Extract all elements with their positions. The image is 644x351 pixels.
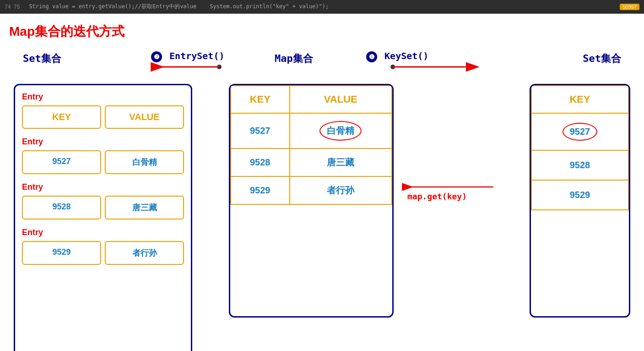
entry-group-3: Entry 9529 者行孙 [22,228,184,265]
svg-point-7 [217,65,222,69]
map-row-2: 9529 者行孙 [231,176,392,204]
entry-row-3: 9529 者行孙 [22,241,184,265]
map-key-header: KEY [231,86,290,113]
map-value-2: 者行孙 [290,176,392,204]
entry-group-1: Entry 9527 白骨精 [22,137,184,174]
top-bar: 74 75 String value = entry.getValue();//… [0,0,644,14]
oval-baigujing: 白骨精 [319,121,362,141]
map-label-center: Map集合 [275,52,313,66]
map-key-2: 9529 [231,176,290,204]
entry-key-3: 9529 [22,241,101,265]
oval-9527: 9527 [563,123,598,141]
entry-label-2: Entry [22,182,184,192]
map-get-label: map.get(key) [407,192,467,201]
svg-point-9 [390,65,395,69]
entry-row-2: 9528 唐三藏 [22,196,184,219]
map-row-0: 9527 白骨精 [231,113,392,148]
entryset-method: EntrySet() [169,50,224,61]
map-key-1: 9528 [231,148,290,176]
keyset-method: KeySet() [384,50,428,61]
keyset-label: ❶ KeySet() [366,50,428,62]
entry-value-1: 白骨精 [105,150,184,174]
map-value-0: 白骨精 [290,113,392,148]
code-snippet: String value = entry.getValue();//获取Entr… [29,3,329,11]
entry-value-2: 唐三藏 [105,196,184,219]
key-cell-0: 9527 [531,113,628,150]
entry-row-0: KEY VALUE [22,105,184,129]
entryset-circle-num: ❷ [151,51,162,62]
key-row-0: 9527 [531,113,628,150]
entry-label-3: Entry [22,228,184,237]
key-row-1: 9528 [531,150,628,180]
keyset-circle-num: ❶ [366,51,377,62]
key-cell-2: 9529 [531,180,628,210]
left-set-box: Entry KEY VALUE Entry 9527 白骨精 Entry 952… [14,84,192,351]
line-numbers: 74 75 [5,4,20,10]
key-table: KEY 9527 9528 9529 [531,85,629,210]
key-row-2: 9529 [531,180,628,210]
view-count-badge: 50997 [620,4,639,10]
map-table: KEY VALUE 9527 白骨精 9528 唐三藏 [230,85,392,205]
entryset-label: ❷ EntrySet() [151,50,224,62]
key-cell-1: 9528 [531,150,628,180]
map-box: KEY VALUE 9527 白骨精 9528 唐三藏 [229,84,394,318]
entry-key-1: 9527 [22,150,101,174]
entry-group-header: Entry KEY VALUE [22,92,184,129]
map-value-header: VALUE [290,86,392,113]
entry-value-3: 者行孙 [105,241,184,265]
entry-value-header: VALUE [105,105,184,129]
set-label-right: Set集合 [583,52,621,66]
page-title: Map集合的迭代方式 [9,23,635,40]
entry-key-2: 9528 [22,196,101,219]
diagram: Set集合 ❷ EntrySet() Map集合 ❶ KeySet() Set集… [9,49,635,351]
right-set-box: KEY 9527 9528 9529 [530,84,630,318]
entry-group-2: Entry 9528 唐三藏 [22,182,184,219]
key-table-header: KEY [531,86,628,113]
map-key-0: 9527 [231,113,290,148]
map-value-1: 唐三藏 [290,148,392,176]
main-content: Map集合的迭代方式 [0,14,644,351]
entry-label-0: Entry [22,92,184,102]
entry-label-1: Entry [22,137,184,147]
entry-key-header: KEY [22,105,101,129]
set-label-left: Set集合 [23,52,61,66]
entry-row-1: 9527 白骨精 [22,150,184,174]
map-row-1: 9528 唐三藏 [231,148,392,176]
